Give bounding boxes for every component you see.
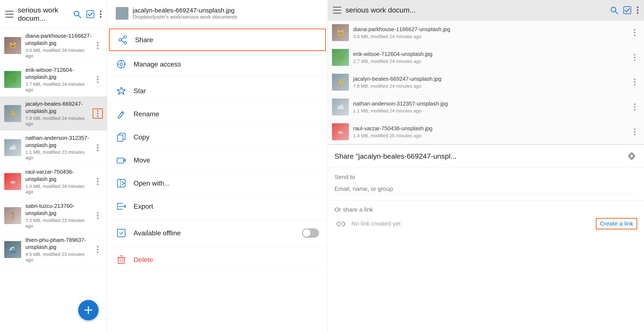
svg-point-64 [634, 29, 636, 31]
file-thumbnail: 🌿 [4, 71, 21, 88]
menu-item-copy[interactable]: Copy [107, 126, 328, 149]
file-name: jacalyn-beales-669247-unsplash.jpg [26, 100, 93, 115]
file-meta: 2.7 MB, modified 24 minutes ago [353, 59, 630, 64]
file-item: 🏙 nathan-anderson-312357-unsplash.jpg 1.… [328, 95, 644, 119]
panel1-header-icons [73, 10, 102, 18]
svg-rect-56 [333, 10, 341, 10]
panel2-file-header: jacalyn-beales-669247-unsplash.jpg Dropb… [107, 0, 328, 27]
svg-point-32 [124, 35, 126, 38]
file-more-button[interactable] [93, 40, 103, 51]
search-icon[interactable] [73, 10, 81, 18]
file-more-button[interactable] [93, 143, 103, 153]
file-more-button[interactable] [93, 211, 103, 221]
svg-point-69 [634, 59, 636, 61]
svg-point-38 [120, 63, 122, 65]
menu-item-available-offline[interactable]: Available offline [107, 222, 328, 245]
file-more-button[interactable] [630, 102, 640, 112]
menu-item-open-with[interactable]: Open with... [107, 172, 328, 195]
svg-point-33 [119, 38, 122, 41]
panel2-file-name: jacalyn-beales-669247-unsplash.jpg [133, 7, 237, 14]
file-info: thien-phu-pham-789637-unsplash.jpg 4.5 M… [26, 237, 93, 263]
file-more-button[interactable] [630, 52, 640, 62]
panel3-more-icon[interactable] [636, 6, 639, 14]
share-icon [117, 34, 128, 45]
svg-rect-50 [118, 258, 124, 264]
file-info: jacalyn-beales-669247-unsplash.jpg 7.8 M… [26, 100, 93, 127]
panel-file-list: serious work docum... [0, 0, 107, 333]
menu-item-star[interactable]: Star [107, 79, 328, 102]
menu-item-rename-label: Rename [134, 110, 159, 118]
svg-point-63 [637, 12, 638, 14]
file-name: raul-varzar-750436-unsplash.jpg [353, 125, 630, 132]
svg-line-4 [78, 15, 81, 18]
file-info: nathan-anderson-312357-unsplash.jpg 1.1 … [26, 134, 93, 161]
file-more-button-active[interactable] [93, 108, 103, 119]
menu-item-move[interactable]: Move [107, 149, 328, 172]
svg-line-59 [615, 11, 618, 14]
file-meta: 1.4 MB, modified 25 minutes ago [353, 133, 630, 139]
hamburger-icon[interactable] [5, 11, 14, 17]
or-share-link-label: Or share a link [334, 206, 637, 213]
panel3-hamburger-icon[interactable] [333, 7, 341, 13]
svg-point-12 [97, 76, 98, 77]
file-more-button[interactable] [93, 176, 103, 187]
menu-item-manage-access-label: Manage access [134, 60, 181, 68]
menu-item-export[interactable]: Export [107, 195, 328, 218]
file-info: nathan-anderson-312357-unsplash.jpg 1.1 … [353, 100, 630, 114]
panel1-title: serious work docum... [18, 6, 69, 22]
file-more-button[interactable] [630, 77, 640, 87]
svg-rect-46 [118, 135, 123, 141]
trash-icon [116, 254, 127, 265]
link-icon [334, 217, 347, 230]
file-thumbnail: 🏍 [4, 173, 21, 190]
svg-point-25 [97, 215, 98, 217]
panel3-checkmark-icon[interactable] [623, 6, 631, 14]
file-thumbnail: 🐈 [4, 105, 21, 122]
file-meta: 7.2 MB, modified 23 minutes ago [26, 218, 93, 229]
svg-point-22 [97, 181, 98, 182]
svg-point-72 [634, 84, 636, 86]
svg-point-10 [97, 45, 98, 46]
send-to-section: Send to [328, 168, 644, 200]
svg-point-68 [634, 56, 636, 58]
file-more-button[interactable] [93, 245, 103, 255]
move-icon [116, 155, 127, 166]
file-info: raul-varzar-750436-unsplash.jpg 1.4 MB, … [26, 168, 93, 195]
svg-point-73 [634, 103, 636, 105]
panel3-search-icon[interactable] [610, 6, 618, 14]
file-more-button[interactable] [630, 27, 640, 38]
svg-point-14 [97, 81, 98, 83]
menu-item-share[interactable]: Share [109, 28, 326, 51]
svg-point-71 [634, 81, 636, 83]
svg-point-8 [100, 16, 102, 18]
file-more-button[interactable] [93, 74, 103, 84]
svg-rect-0 [5, 11, 14, 12]
file-meta: 1.4 MB, modified 24 minutes ago [26, 184, 93, 195]
checkmark-icon[interactable] [86, 10, 94, 18]
fab-add-button[interactable] [78, 300, 98, 320]
file-info: sabri-tuzcu-213760-unsplash.jpg 7.2 MB, … [26, 203, 93, 229]
file-info: erik-witsoe-712604-unsplash.jpg 2.7 MB, … [26, 66, 93, 93]
file-name: erik-witsoe-712604-unsplash.jpg [26, 66, 93, 81]
send-to-label: Send to [334, 174, 637, 180]
file-name: diana-parkhouse-1166627-unsplash.jpg [353, 26, 630, 33]
svg-point-27 [97, 246, 98, 248]
create-link-button[interactable]: Create a link [596, 218, 637, 229]
file-icon-large [116, 7, 128, 20]
email-input[interactable] [334, 184, 637, 194]
offline-toggle[interactable] [302, 228, 319, 238]
svg-point-76 [634, 128, 636, 130]
svg-rect-47 [117, 158, 124, 163]
menu-item-delete[interactable]: Delete [107, 248, 328, 271]
menu-item-rename[interactable]: Rename [107, 102, 328, 126]
settings-gear-icon[interactable] [626, 151, 637, 162]
file-name: jacalyn-beales-669247-unsplash.jpg [353, 75, 630, 83]
file-item: 🐱 diana-parkhouse-1166627-unsplash.jpg 3… [0, 28, 107, 63]
more-vert-icon[interactable] [100, 10, 102, 18]
svg-marker-43 [117, 87, 126, 94]
svg-line-35 [122, 37, 124, 39]
file-more-button[interactable] [630, 127, 640, 137]
file-meta: 1.1 MB, modified 23 minutes ago [26, 150, 93, 161]
file-thumbnail: 🏙 [4, 139, 21, 156]
menu-item-manage-access[interactable]: Manage access [107, 53, 328, 76]
